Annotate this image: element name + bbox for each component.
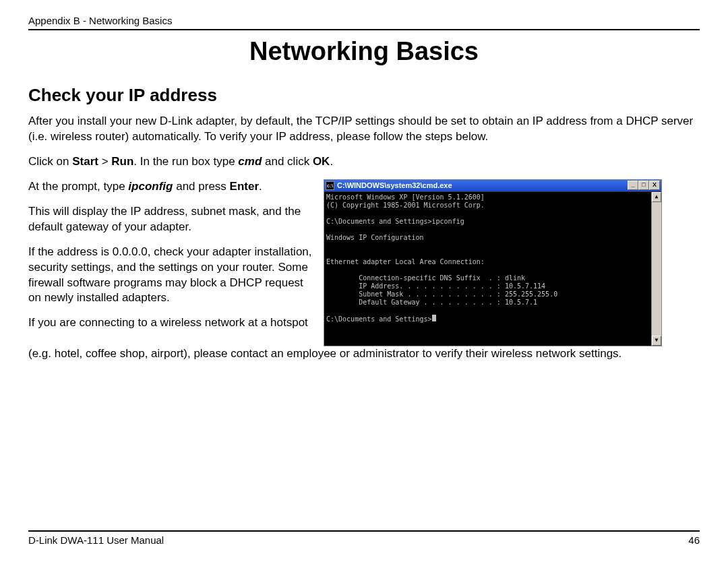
left-column: At the prompt, type ipconfig and press E… (28, 179, 318, 332)
window-buttons: _ □ X (628, 181, 660, 190)
cmd-icon: c:\ (326, 181, 334, 190)
cmd-cursor (432, 315, 436, 321)
footer-rule (28, 530, 700, 532)
step1-end: . (330, 155, 333, 168)
page-footer: D-Link DWA-111 User Manual 46 (28, 530, 700, 546)
para-3: This will display the IP address, subnet… (28, 204, 318, 235)
step1-text-before: Click on (28, 155, 72, 168)
scroll-up-button[interactable]: ▲ (652, 192, 661, 202)
cmd-output[interactable]: Microsoft Windows XP [Version 5.1.2600] … (324, 192, 651, 346)
cmd-body-wrap: Microsoft Windows XP [Version 5.1.2600] … (324, 192, 661, 346)
page-title: Networking Basics (28, 37, 700, 66)
cmd-title-text: C:\WINDOWS\system32\cmd.exe (337, 181, 628, 189)
step2-before: At the prompt, type (28, 180, 128, 193)
step1-ok: OK (313, 155, 330, 168)
para-4: If the address is 0.0.0.0, check your ad… (28, 245, 318, 307)
step1-mid1: . In the run box type (133, 155, 238, 168)
section-title: Check your IP address (28, 85, 700, 106)
step2-ipconfig: ipconfig (128, 180, 173, 193)
cmd-titlebar[interactable]: c:\ C:\WINDOWS\system32\cmd.exe _ □ X (324, 180, 661, 192)
step1-start: Start (72, 155, 98, 168)
header-rule (28, 29, 700, 30)
para-5b: (e.g. hotel, coffee shop, airport), plea… (28, 346, 700, 362)
step1-mid2: and click (262, 155, 313, 168)
step2-end: . (259, 180, 262, 193)
intro-paragraph: After you install your new D-Link adapte… (28, 114, 700, 145)
content-row: At the prompt, type ipconfig and press E… (28, 179, 700, 346)
step1-gt: > (98, 155, 111, 168)
scrollbar[interactable]: ▲ ▼ (651, 192, 661, 346)
step-1: Click on Start > Run. In the run box typ… (28, 154, 700, 170)
scroll-down-button[interactable]: ▼ (652, 336, 661, 346)
step1-cmd: cmd (238, 155, 262, 168)
minimize-button[interactable]: _ (628, 181, 638, 190)
footer-page-number: 46 (688, 534, 700, 546)
step2-mid: and press (173, 180, 229, 193)
step1-run: Run (111, 155, 133, 168)
step2-enter: Enter (230, 180, 259, 193)
right-column: c:\ C:\WINDOWS\system32\cmd.exe _ □ X Mi… (324, 179, 700, 346)
page-header-label: Appendix B - Networking Basics (28, 15, 700, 26)
footer-manual-name: D-Link DWA-111 User Manual (28, 534, 164, 546)
cmd-window: c:\ C:\WINDOWS\system32\cmd.exe _ □ X Mi… (324, 179, 662, 346)
close-button[interactable]: X (649, 181, 660, 190)
step-2: At the prompt, type ipconfig and press E… (28, 179, 318, 195)
cmd-text: Microsoft Windows XP [Version 5.1.2600] … (326, 193, 557, 323)
scroll-track[interactable] (652, 202, 661, 336)
maximize-button[interactable]: □ (638, 181, 649, 190)
para-5a: If you are connecting to a wireless netw… (28, 315, 318, 331)
